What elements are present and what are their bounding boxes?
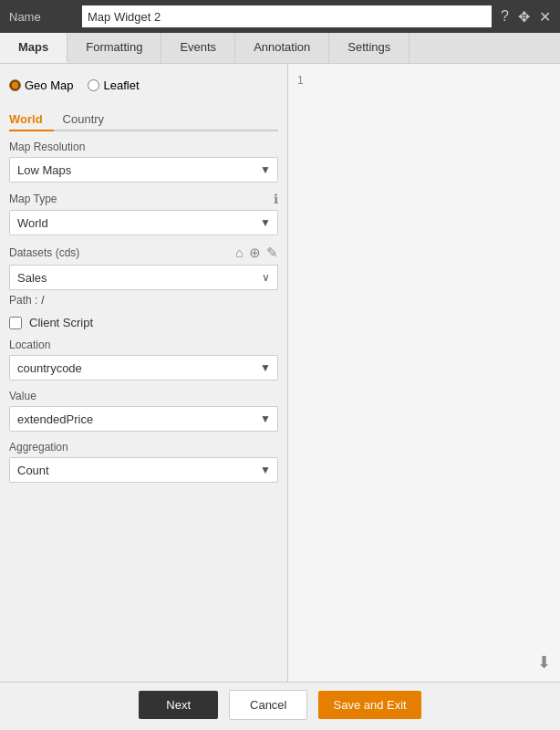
tab-formatting[interactable]: Formatting (67, 33, 161, 63)
title-bar-icons: ? ✥ ✕ (501, 8, 551, 26)
subtab-country[interactable]: Country (63, 109, 116, 130)
bottom-bar: Next Cancel Save and Exit (0, 682, 560, 727)
tab-events[interactable]: Events (161, 33, 235, 63)
value-label: Value (9, 390, 278, 402)
location-label: Location (9, 339, 278, 351)
value-select-wrapper: extendedPrice quantity revenue ▼ (9, 406, 278, 432)
aggregation-select[interactable]: Count Sum Average Min Max (9, 457, 278, 483)
tab-annotation[interactable]: Annotation (235, 33, 329, 63)
client-script-label[interactable]: Client Script (29, 316, 93, 329)
map-type-select-wrapper: World USA Europe Asia ▼ (9, 210, 278, 235)
save-exit-button[interactable]: Save and Exit (318, 691, 420, 719)
right-panel: 1 ⬇ (288, 64, 560, 682)
map-resolution-label: Map Resolution (9, 141, 278, 153)
move-icon[interactable]: ✥ (518, 8, 530, 26)
datasets-home-icon[interactable]: ⌂ (235, 245, 244, 261)
geo-map-label: Geo Map (25, 78, 73, 92)
subtab-world[interactable]: World (9, 109, 54, 131)
datasets-label: Datasets (cds) (9, 246, 79, 259)
map-type-info-icon[interactable]: ℹ (274, 192, 278, 206)
map-resolution-select-wrapper: Low Maps Medium Maps High Maps ▼ (9, 157, 278, 182)
map-type-select[interactable]: World USA Europe Asia (9, 210, 278, 235)
line-number: 1 (297, 74, 304, 87)
geo-map-radio[interactable] (9, 79, 21, 91)
aggregation-select-wrapper: Count Sum Average Min Max ▼ (9, 457, 278, 483)
map-resolution-select[interactable]: Low Maps Medium Maps High Maps (9, 157, 278, 182)
tab-maps[interactable]: Maps (0, 33, 67, 63)
location-select-wrapper: countrycode statecode cityname ▼ (9, 355, 278, 381)
value-select[interactable]: extendedPrice quantity revenue (9, 406, 278, 432)
main-content: Geo Map Leaflet World Country Map Resolu… (0, 64, 560, 682)
dataset-row[interactable]: Sales ∨ (9, 265, 278, 290)
dataset-expand-icon[interactable]: ∨ (262, 271, 270, 284)
close-icon[interactable]: ✕ (539, 8, 551, 26)
datasets-edit-icon[interactable]: ✎ (266, 245, 278, 261)
path-label: Path : (9, 294, 37, 307)
path-row: Path : / (9, 294, 278, 307)
aggregation-label: Aggregation (9, 441, 278, 454)
tab-bar: Maps Formatting Events Annotation Settin… (0, 33, 560, 64)
help-icon[interactable]: ? (501, 8, 509, 26)
leaflet-label: Leaflet (103, 78, 139, 92)
left-panel: Geo Map Leaflet World Country Map Resolu… (0, 64, 288, 682)
name-label: Name (9, 10, 82, 24)
widget-name-input[interactable] (82, 5, 492, 27)
subtab-group: World Country (9, 109, 278, 131)
map-engine-radio-group: Geo Map Leaflet (9, 73, 278, 98)
map-type-label: Map Type ℹ (9, 192, 278, 206)
geo-map-radio-item[interactable]: Geo Map (9, 78, 73, 92)
download-icon[interactable]: ⬇ (537, 652, 551, 673)
dataset-name: Sales (17, 271, 262, 285)
datasets-header: Datasets (cds) ⌂ ⊕ ✎ (9, 245, 278, 261)
datasets-add-icon[interactable]: ⊕ (249, 245, 261, 261)
client-script-row: Client Script (9, 316, 278, 329)
location-select[interactable]: countrycode statecode cityname (9, 355, 278, 381)
title-bar: Name ? ✥ ✕ (0, 0, 560, 33)
cancel-button[interactable]: Cancel (229, 690, 307, 720)
next-button[interactable]: Next (139, 691, 218, 719)
client-script-checkbox[interactable] (9, 317, 22, 329)
leaflet-radio[interactable] (88, 79, 99, 91)
path-value: / (41, 294, 44, 307)
leaflet-radio-item[interactable]: Leaflet (88, 78, 139, 92)
datasets-icon-group: ⌂ ⊕ ✎ (235, 245, 278, 261)
tab-settings[interactable]: Settings (329, 33, 410, 63)
